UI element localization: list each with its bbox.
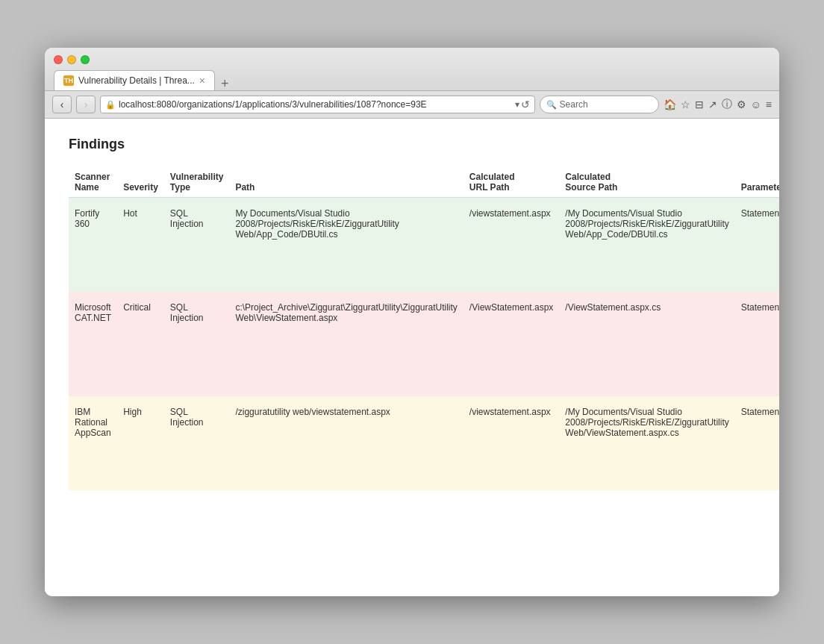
severity-cell: Hot: [117, 198, 164, 293]
search-icon: 🔍: [546, 100, 557, 110]
extensions-icon[interactable]: ⚙: [737, 99, 746, 110]
traffic-lights: [54, 55, 90, 64]
col-header-scanner-name: ScannerName: [69, 167, 117, 198]
forward-button[interactable]: ›: [76, 96, 96, 113]
table-row: Fortify 360HotSQL InjectionMy Documents/…: [69, 198, 779, 293]
history-icon[interactable]: ⊟: [695, 99, 704, 110]
new-tab-button[interactable]: +: [218, 77, 232, 90]
path-cell: c:\Project_Archive\Ziggurat\ZigguratUtil…: [229, 292, 463, 396]
scanner-name-cell: IBM Rational AppScan: [69, 396, 117, 490]
calculated-source-path-cell: /ViewStatement.aspx.cs: [559, 292, 734, 396]
main-content: Findings ScannerName Severity Vulnerabil…: [45, 119, 779, 596]
active-tab[interactable]: TH Vulnerability Details | Threa... ×: [54, 70, 215, 90]
bookmark-icon[interactable]: ▾: [515, 99, 519, 110]
scanner-name-cell: Microsoft CAT.NET: [69, 292, 117, 396]
profile-icon[interactable]: ☺: [751, 99, 761, 110]
search-placeholder-text: Search: [560, 99, 588, 110]
vulnerability-type-cell: SQL Injection: [164, 396, 230, 490]
tab-title: Vulnerability Details | Threa...: [78, 75, 195, 86]
forward-icon: ›: [84, 99, 88, 110]
severity-cell: Critical: [117, 292, 164, 396]
calculated-url-path-cell: /ViewStatement.aspx: [464, 292, 560, 396]
calculated-source-path-cell: /My Documents/Visual Studio 2008/Project…: [559, 396, 734, 490]
col-header-calculated-source-path: CalculatedSource Path: [559, 167, 734, 198]
search-bar[interactable]: 🔍 Search: [540, 96, 659, 113]
menu-icon[interactable]: ≡: [766, 99, 772, 110]
tabs-row: TH Vulnerability Details | Threa... × +: [54, 70, 770, 90]
page-title: Findings: [69, 137, 755, 152]
table-row: Microsoft CAT.NETCriticalSQL Injectionc:…: [69, 292, 779, 396]
tab-icon: TH: [63, 75, 74, 86]
back-icon: ‹: [60, 99, 64, 110]
back-button[interactable]: ‹: [52, 96, 72, 113]
lock-icon: 🔒: [105, 100, 116, 110]
url-text: localhost:8080/organizations/1/applicati…: [119, 99, 512, 110]
severity-cell: High: [117, 396, 164, 490]
browser-window: TH Vulnerability Details | Threa... × + …: [45, 48, 779, 596]
address-bar[interactable]: 🔒 localhost:8080/organizations/1/applica…: [100, 96, 535, 113]
title-bar: TH Vulnerability Details | Threa... × +: [45, 48, 779, 91]
refresh-button[interactable]: ↺: [521, 99, 530, 110]
minimize-button[interactable]: [67, 55, 76, 64]
path-cell: My Documents/Visual Studio 2008/Projects…: [229, 198, 463, 293]
table-header-row: ScannerName Severity VulnerabilityType P…: [69, 167, 779, 198]
col-header-path: Path: [229, 167, 463, 198]
tab-close-button[interactable]: ×: [199, 75, 205, 87]
findings-table: ScannerName Severity VulnerabilityType P…: [69, 167, 779, 490]
maximize-button[interactable]: [81, 55, 90, 64]
col-header-calculated-url-path: CalculatedURL Path: [464, 167, 560, 198]
calculated-url-path-cell: /viewstatement.aspx: [464, 396, 560, 490]
col-header-vulnerability-type: VulnerabilityType: [164, 167, 230, 198]
path-cell: /zigguratutility web/viewstatement.aspx: [229, 396, 463, 490]
bookmark-star-icon[interactable]: ☆: [681, 99, 690, 110]
vulnerability-type-cell: SQL Injection: [164, 292, 230, 396]
nav-bar: ‹ › 🔒 localhost:8080/organizations/1/app…: [45, 91, 779, 119]
info-icon[interactable]: ⓘ: [722, 98, 732, 111]
calculated-source-path-cell: /My Documents/Visual Studio 2008/Project…: [559, 198, 734, 293]
scanner-name-cell: Fortify 360: [69, 198, 117, 293]
col-header-parameter: Parameter: [735, 167, 779, 198]
vulnerability-type-cell: SQL Injection: [164, 198, 230, 293]
parameter-cell: StatementID: [735, 198, 779, 293]
col-header-severity: Severity: [117, 167, 164, 198]
share-icon[interactable]: ↗: [708, 99, 717, 110]
close-button[interactable]: [54, 55, 63, 64]
nav-icons: 🏠 ☆ ⊟ ↗ ⓘ ⚙ ☺ ≡: [664, 98, 772, 111]
table-row: IBM Rational AppScanHighSQL Injection/zi…: [69, 396, 779, 490]
calculated-url-path-cell: /viewstatement.aspx: [464, 198, 560, 293]
parameter-cell: StatementID: [735, 396, 779, 490]
home-icon[interactable]: 🏠: [664, 99, 676, 110]
parameter-cell: StatementID: [735, 292, 779, 396]
